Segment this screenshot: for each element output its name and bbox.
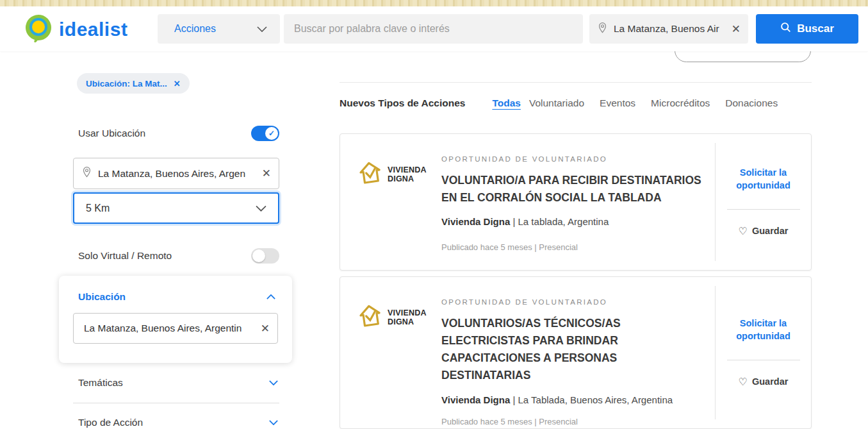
heart-icon: ♡: [739, 376, 748, 388]
org-location: La tablada, Argentina: [518, 216, 609, 227]
save-label: Guardar: [752, 376, 788, 387]
chevron-down-icon: [256, 205, 266, 212]
map-pin-icon: [81, 166, 92, 181]
toggle-check-icon: ✓: [265, 127, 278, 140]
card-body: OPORTUNIDAD DE VOLUNTARIADO VOLUNTARIOS/…: [441, 277, 715, 428]
posted-meta: Publicado hace 5 meses | Presencial: [441, 417, 715, 426]
remove-filter-icon[interactable]: ✕: [174, 80, 181, 88]
org-name[interactable]: Vivienda Digna: [441, 394, 510, 405]
tab-donaciones[interactable]: Donaciones: [725, 97, 778, 109]
idealist-logo-text: idealist: [59, 19, 127, 40]
org-line: Vivienda Digna | La tablada, Argentina: [441, 216, 715, 227]
clear-sidebar-location-icon[interactable]: ✕: [262, 168, 271, 179]
opportunity-title-link[interactable]: VOLUNTARIO/A PARA RECIBIR DESTINATARIOS …: [441, 172, 715, 206]
toggle-knob: [252, 249, 265, 262]
header-location-value: La Matanza, Buenos Air: [614, 23, 726, 35]
search-button[interactable]: Buscar: [756, 14, 858, 44]
location-panel-title: Ubicación: [78, 291, 126, 303]
active-filter-chip-label: Ubicación: La Mat...: [86, 79, 167, 88]
opportunity-card: VIVIENDA DIGNA OPORTUNIDAD DE VOLUNTARIA…: [340, 276, 812, 429]
idealist-logo[interactable]: idealist: [24, 13, 127, 46]
clear-location-icon[interactable]: ✕: [732, 24, 741, 35]
org-separator: |: [512, 394, 515, 405]
apply-link[interactable]: Solicitar la oportunidad: [723, 317, 803, 342]
org-logo-column: VIVIENDA DIGNA: [340, 134, 441, 270]
virtual-only-toggle[interactable]: [251, 248, 279, 264]
sidebar-location-input[interactable]: La Matanza, Buenos Aires, Argen ✕: [73, 158, 279, 189]
use-location-toggle[interactable]: ✓: [251, 126, 279, 141]
results-list-title: Nuevos Tipos de Acciones: [340, 97, 465, 109]
keyword-search-placeholder: Buscar por palabra clave o interés: [294, 23, 450, 35]
accordion-tematicas[interactable]: Temáticas: [78, 377, 278, 389]
search-icon: [780, 22, 791, 36]
chevron-down-icon: [269, 420, 278, 425]
site-header: idealist Acciones Buscar por palabra cla…: [0, 6, 868, 51]
opportunity-type-label: OPORTUNIDAD DE VOLUNTARIADO: [441, 298, 715, 306]
org-logo-column: VIVIENDA DIGNA: [340, 277, 441, 428]
card-body: OPORTUNIDAD DE VOLUNTARIADO VOLUNTARIO/A…: [441, 134, 715, 270]
keyword-search-input[interactable]: Buscar por palabra clave o interés: [284, 14, 583, 44]
vivienda-digna-logo[interactable]: VIVIENDA DIGNA: [357, 303, 441, 332]
save-button[interactable]: ♡ Guardar: [739, 225, 789, 237]
sidebar-location-value: La Matanza, Buenos Aires, Argen: [98, 168, 256, 180]
radius-select[interactable]: 5 Km: [73, 192, 279, 224]
tab-microcreditos[interactable]: Microcréditos: [651, 97, 710, 109]
chevron-down-icon: [269, 380, 278, 385]
active-filter-chip[interactable]: Ubicación: La Mat... ✕: [77, 73, 190, 94]
sidebar-divider: [73, 403, 279, 403]
tab-voluntariado[interactable]: Voluntariado: [529, 97, 584, 109]
actions-divider: [727, 360, 800, 360]
posted-meta: Publicado hace 5 meses | Presencial: [441, 242, 715, 252]
actions-divider: [727, 209, 800, 210]
house-check-icon: [357, 303, 384, 332]
opportunity-type-label: OPORTUNIDAD DE VOLUNTARIADO: [441, 155, 715, 163]
actions-type-dropdown[interactable]: Acciones: [158, 14, 280, 44]
results-tabs-row: Nuevos Tipos de Acciones Todas Voluntari…: [340, 97, 812, 109]
chevron-down-icon: [257, 26, 267, 32]
accordion-tipo-de-accion[interactable]: Tipo de Acción: [78, 417, 278, 428]
card-actions-column: Solicitar la oportunidad ♡ Guardar: [715, 143, 811, 261]
chevron-up-icon: [266, 294, 275, 299]
main-divider: [340, 82, 812, 83]
location-filter-panel: Ubicación La Matanza, Buenos Aires, Arge…: [59, 276, 292, 363]
location-panel-header[interactable]: Ubicación: [78, 291, 275, 303]
radius-value: 5 Km: [86, 203, 110, 214]
map-pin-icon: [597, 22, 608, 37]
idealist-logo-icon: [24, 13, 53, 46]
opportunity-card: VIVIENDA DIGNA OPORTUNIDAD DE VOLUNTARIA…: [340, 133, 812, 271]
tab-eventos[interactable]: Eventos: [600, 97, 635, 109]
tematicas-label: Temáticas: [78, 377, 123, 389]
org-location: La Tablada, Buenos Aires, Argentina: [518, 394, 673, 405]
org-logo-text: VIVIENDA DIGNA: [388, 165, 427, 184]
virtual-only-label: Solo Virtual / Remoto: [78, 250, 172, 262]
heart-icon: ♡: [739, 225, 748, 237]
top-banner: [0, 0, 868, 6]
save-button[interactable]: ♡ Guardar: [739, 376, 789, 388]
actions-dropdown-label: Acciones: [174, 23, 216, 35]
tab-todas[interactable]: Todas: [492, 97, 521, 109]
card-actions-column: Solicitar la oportunidad ♡ Guardar: [715, 286, 811, 419]
search-button-label: Buscar: [797, 22, 834, 35]
panel-location-value: La Matanza, Buenos Aires, Argentin: [81, 323, 255, 334]
org-logo-text: VIVIENDA DIGNA: [388, 308, 427, 327]
apply-link[interactable]: Solicitar la oportunidad: [723, 167, 803, 192]
save-label: Guardar: [752, 226, 788, 236]
opportunity-title-link[interactable]: VOLUNTARIOS/AS TÉCNICOS/AS ELECTRICISTAS…: [441, 315, 653, 385]
org-name[interactable]: Vivienda Digna: [441, 216, 510, 227]
clear-panel-location-icon[interactable]: ✕: [261, 323, 270, 334]
org-separator: |: [512, 216, 515, 227]
house-check-icon: [357, 160, 384, 189]
vivienda-digna-logo[interactable]: VIVIENDA DIGNA: [357, 160, 441, 189]
use-location-label: Usar Ubicación: [78, 128, 145, 139]
panel-location-input[interactable]: La Matanza, Buenos Aires, Argentin ✕: [73, 313, 278, 344]
header-location-input[interactable]: La Matanza, Buenos Air ✕: [589, 14, 748, 44]
org-line: Vivienda Digna | La Tablada, Buenos Aire…: [441, 394, 715, 405]
tipo-de-accion-label: Tipo de Acción: [78, 417, 143, 428]
